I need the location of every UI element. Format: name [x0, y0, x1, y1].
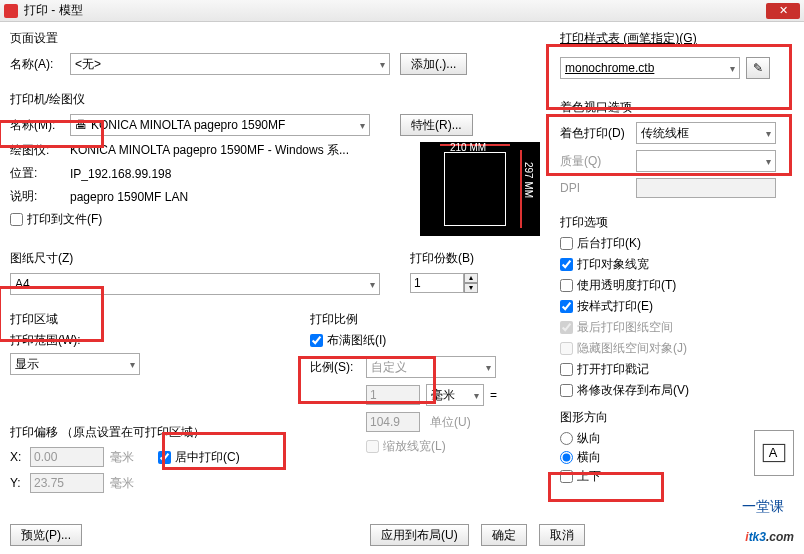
dpi-input	[636, 178, 776, 198]
page-setup-heading: 页面设置	[10, 30, 550, 47]
viewport-heading: 着色视口选项	[560, 99, 794, 116]
plotter-select[interactable]: 🖶 KONICA MINOLTA pagepro 1590MF	[70, 114, 370, 136]
opt-stamp[interactable]: 打开打印戳记	[560, 361, 794, 378]
quality-select	[636, 150, 776, 172]
opt-hide: 隐藏图纸空间对象(J)	[560, 340, 794, 357]
y-label: Y:	[10, 476, 30, 490]
portrait-radio[interactable]: 纵向	[560, 430, 601, 447]
equals-label: =	[490, 388, 497, 402]
scale-lineweight-checkbox: 缩放线宽(L)	[366, 438, 446, 455]
x-unit: 毫米	[110, 449, 134, 466]
watermark: itk3.com	[745, 517, 794, 548]
orientation-heading: 图形方向	[560, 409, 794, 426]
scale-unit-select[interactable]: 毫米	[426, 384, 484, 406]
shade-select[interactable]: 传统线框	[636, 122, 776, 144]
quality-label: 质量(Q)	[560, 153, 636, 170]
watermark-sub: 一堂课	[742, 498, 784, 516]
dpi-label: DPI	[560, 181, 636, 195]
scale-den-input	[366, 412, 420, 432]
app-icon	[4, 4, 18, 18]
opt-transparency[interactable]: 使用透明度打印(T)	[560, 277, 794, 294]
unit-u-label: 单位(U)	[430, 414, 471, 431]
style-edit-button[interactable]: ✎	[746, 57, 770, 79]
opt-last: 最后打印图纸空间	[560, 319, 794, 336]
landscape-radio[interactable]: 横向	[560, 449, 601, 466]
options-heading: 打印选项	[560, 214, 794, 231]
ratio-label: 比例(S):	[310, 359, 366, 376]
opt-background[interactable]: 后台打印(K)	[560, 235, 794, 252]
ok-button[interactable]: 确定	[481, 524, 527, 546]
svg-text:A: A	[769, 445, 778, 460]
add-button[interactable]: 添加(.)...	[400, 53, 467, 75]
opt-lineweight[interactable]: 打印对象线宽	[560, 256, 794, 273]
range-select[interactable]: 显示	[10, 353, 140, 375]
cancel-button[interactable]: 取消	[539, 524, 585, 546]
desc-value: pagepro 1590MF LAN	[70, 190, 188, 204]
ratio-select: 自定义	[366, 356, 496, 378]
copies-spinner[interactable]: ▴▾	[410, 273, 478, 293]
offset-heading: 打印偏移 （原点设置在可打印区域）	[10, 424, 310, 441]
location-value: IP_192.168.99.198	[70, 167, 171, 181]
opt-bystyle[interactable]: 按样式打印(E)	[560, 298, 794, 315]
orientation-preview: A	[754, 430, 794, 476]
scale-heading: 打印比例	[310, 311, 530, 328]
upside-checkbox[interactable]: 上下	[560, 468, 601, 485]
shade-label: 着色打印(D)	[560, 125, 636, 142]
area-heading: 打印区域	[10, 311, 270, 328]
device-label: 绘图仪:	[10, 142, 70, 159]
print-to-file-checkbox[interactable]: 打印到文件(F)	[10, 211, 102, 228]
name-m-label: 名称(M):	[10, 117, 70, 134]
page-setup-name-select[interactable]: <无>	[70, 53, 390, 75]
y-unit: 毫米	[110, 475, 134, 492]
printer-icon: 🖶	[75, 118, 87, 132]
style-heading: 打印样式表 (画笔指定)(G)	[560, 30, 794, 47]
close-button[interactable]: ✕	[766, 3, 800, 19]
desc-label: 说明:	[10, 188, 70, 205]
device-value: KONICA MINOLTA pagepro 1590MF - Windows …	[70, 142, 349, 159]
location-label: 位置:	[10, 165, 70, 182]
scale-num-input	[366, 385, 420, 405]
name-a-label: 名称(A):	[10, 56, 70, 73]
center-checkbox[interactable]: 居中打印(C)	[158, 449, 240, 466]
plotter-heading: 打印机/绘图仪	[10, 91, 550, 108]
copies-heading: 打印份数(B)	[410, 250, 478, 267]
x-label: X:	[10, 450, 30, 464]
range-label: 打印范围(W):	[10, 332, 270, 349]
style-select[interactable]: monochrome.ctb	[560, 57, 740, 79]
apply-layout-button[interactable]: 应用到布局(U)	[370, 524, 469, 546]
fit-paper-checkbox[interactable]: 布满图纸(I)	[310, 332, 386, 349]
x-input	[30, 447, 104, 467]
paper-size-heading: 图纸尺寸(Z)	[10, 250, 380, 267]
properties-button[interactable]: 特性(R)...	[400, 114, 473, 136]
opt-save[interactable]: 将修改保存到布局(V)	[560, 382, 794, 399]
y-input	[30, 473, 104, 493]
preview-button[interactable]: 预览(P)...	[10, 524, 82, 546]
paper-preview: 210 MM 297 MM	[420, 142, 540, 236]
paper-size-select[interactable]: A4	[10, 273, 380, 295]
window-title: 打印 - 模型	[24, 2, 83, 19]
title-bar: 打印 - 模型 ✕	[0, 0, 804, 22]
